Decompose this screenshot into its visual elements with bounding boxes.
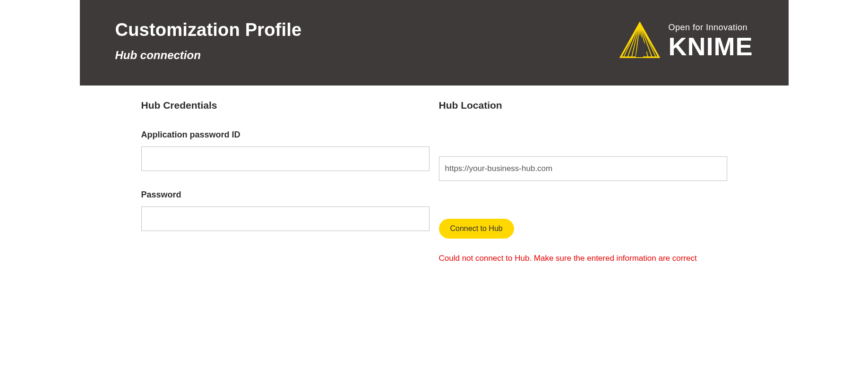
hub-location-heading: Hub Location xyxy=(439,100,727,111)
page-title: Customization Profile xyxy=(115,20,302,40)
connect-to-hub-button[interactable]: Connect to Hub xyxy=(439,219,514,239)
logo-tagline: Open for Innovation xyxy=(669,23,753,33)
connection-error-message: Could not connect to Hub. Make sure the … xyxy=(439,253,704,265)
logo-wordmark: KNIME xyxy=(669,34,753,59)
knime-logo: Open for Innovation KNIME xyxy=(619,22,753,60)
header-bar: Customization Profile Hub connection xyxy=(80,0,789,86)
hub-credentials-heading: Hub Credentials xyxy=(141,100,430,111)
password-label: Password xyxy=(141,190,430,200)
knime-triangle-icon xyxy=(619,22,660,60)
hub-url-input[interactable] xyxy=(439,156,727,181)
app-password-id-label: Application password ID xyxy=(141,130,430,140)
app-password-id-input[interactable] xyxy=(141,146,430,171)
page-subtitle: Hub connection xyxy=(115,49,302,62)
password-input[interactable] xyxy=(141,206,430,231)
